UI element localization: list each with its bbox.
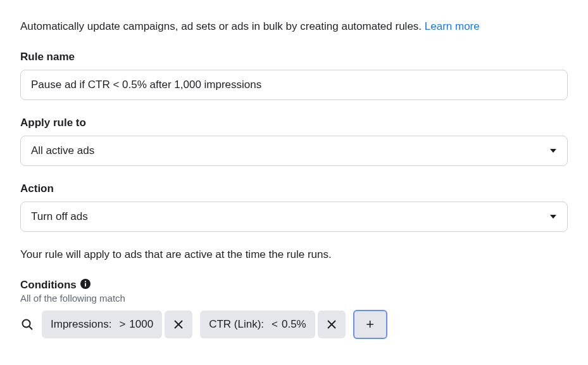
rule-name-field: Rule name	[20, 51, 568, 100]
conditions-row: Impressions: > 1000 CTR (Link): < 0.5% +	[20, 310, 568, 339]
condition-metric: CTR (Link):	[209, 318, 264, 331]
svg-point-3	[23, 319, 30, 327]
search-icon[interactable]	[20, 317, 34, 331]
condition-operator: <	[272, 318, 278, 331]
conditions-header: Conditions	[20, 279, 568, 291]
svg-rect-1	[85, 283, 86, 286]
conditions-subtext: All of the following match	[20, 293, 568, 304]
svg-line-4	[29, 326, 32, 330]
rule-name-label: Rule name	[20, 51, 568, 63]
intro-copy: Automatically update campaigns, ad sets …	[20, 20, 425, 32]
hint-text: Your rule will apply to ads that are act…	[20, 248, 568, 261]
condition-chip[interactable]: CTR (Link): < 0.5%	[200, 311, 315, 338]
action-select[interactable]: Turn off ads	[20, 202, 568, 232]
intro-text: Automatically update campaigns, ad sets …	[20, 19, 568, 34]
info-icon[interactable]	[80, 279, 91, 291]
add-condition-button[interactable]: +	[353, 310, 387, 339]
apply-to-select[interactable]: All active ads	[20, 136, 568, 166]
apply-to-field: Apply rule to All active ads	[20, 117, 568, 166]
condition-group: Impressions: > 1000	[42, 311, 192, 338]
conditions-label: Conditions	[20, 279, 77, 291]
apply-to-label: Apply rule to	[20, 117, 568, 129]
action-value: Turn off ads	[31, 210, 88, 223]
condition-operator: >	[119, 318, 125, 331]
action-field: Action Turn off ads	[20, 182, 568, 232]
action-label: Action	[20, 182, 568, 195]
condition-value: 0.5%	[282, 318, 306, 331]
condition-group: CTR (Link): < 0.5%	[200, 311, 346, 338]
learn-more-link[interactable]: Learn more	[425, 20, 480, 32]
svg-point-2	[85, 281, 86, 282]
rule-name-input[interactable]	[20, 70, 568, 100]
apply-to-value: All active ads	[31, 144, 94, 157]
condition-value: 1000	[129, 318, 153, 331]
remove-condition-button[interactable]	[318, 311, 346, 338]
condition-chip[interactable]: Impressions: > 1000	[42, 311, 162, 338]
condition-metric: Impressions:	[51, 318, 111, 331]
remove-condition-button[interactable]	[165, 311, 192, 338]
